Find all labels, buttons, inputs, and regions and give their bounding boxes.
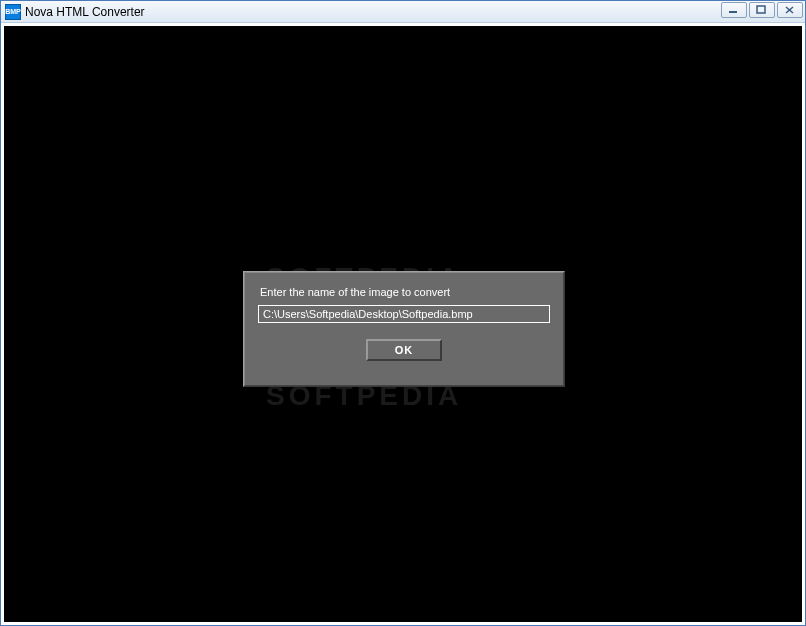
minimize-icon <box>728 6 740 14</box>
svg-rect-1 <box>757 6 765 13</box>
close-button[interactable] <box>777 2 803 18</box>
svg-rect-0 <box>729 11 737 13</box>
image-path-input[interactable] <box>258 305 550 323</box>
close-icon <box>784 5 796 15</box>
window-title: Nova HTML Converter <box>25 5 145 19</box>
titlebar: BMP Nova HTML Converter <box>1 1 805 23</box>
maximize-button[interactable] <box>749 2 775 18</box>
dialog-buttons: OK <box>258 339 550 361</box>
minimize-button[interactable] <box>721 2 747 18</box>
window-controls <box>721 2 803 18</box>
content-area: SOFTPEDIA SOFTPEDIA Enter the name of th… <box>4 26 802 622</box>
app-icon: BMP <box>5 4 21 20</box>
input-dialog: Enter the name of the image to convert O… <box>243 271 565 387</box>
main-window: BMP Nova HTML Converter SOFTPEDIA SOFTPE… <box>0 0 806 626</box>
dialog-prompt: Enter the name of the image to convert <box>260 286 550 298</box>
maximize-icon <box>756 5 768 15</box>
ok-button[interactable]: OK <box>366 339 442 361</box>
